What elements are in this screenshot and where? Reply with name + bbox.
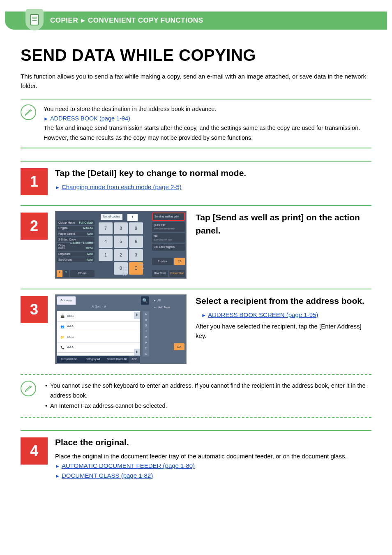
colour-start-button: Colour Start: [169, 270, 185, 277]
tab-abc: ABC: [129, 356, 140, 363]
action-panel: Send as well as print Quick FileStore Da…: [152, 213, 185, 252]
breadcrumb-level-1[interactable]: COPIER: [50, 16, 78, 25]
step-number-badge: 4: [21, 437, 48, 465]
settings-panel: Colour ModeFull Colour OriginalAuto A4 P…: [57, 220, 95, 263]
folder-icon: 📁: [60, 335, 65, 339]
triangle-icon: ▸: [154, 298, 156, 303]
caution-note-block: You cannot use the soft keyboard to ente…: [21, 374, 371, 418]
others-row: ★ ▾ Others: [57, 270, 95, 277]
address-book-illustration: Address 🔍 ↓A Sort ↑ A 📠BBB 👥AAA 📁CCC 📞AA…: [55, 294, 187, 364]
phone-icon: 📞: [60, 345, 65, 349]
page-title: SEND DATA WHILE COPYING: [21, 46, 371, 65]
note-line-1: You need to store the destination in the…: [44, 104, 371, 114]
step-1-heading: Tap the [Detail] key to change to normal…: [55, 166, 371, 180]
tray-list: 1 A42 B43 —4 A3: [123, 266, 127, 277]
send-as-well-as-print-action: Send as well as print: [152, 213, 185, 221]
fax-icon: 📠: [60, 314, 65, 318]
step-number-badge: 3: [21, 296, 48, 323]
note2-bullet-2: An Internet Fax address cannot be select…: [45, 401, 371, 411]
others-button: Others: [70, 270, 95, 277]
step-4: 4 Place the original. Place the original…: [21, 430, 371, 480]
step-number-badge: 2: [21, 213, 48, 240]
copies-label: No. of copies: [101, 214, 122, 220]
scroll-up-icon: ⇞: [134, 312, 140, 319]
breadcrumb-separator-icon: ►: [80, 17, 86, 24]
triangle-icon: ►: [201, 312, 206, 318]
group-icon: 👥: [60, 324, 65, 328]
tab-frequent: Frequent Use: [57, 356, 81, 363]
bw-start-button: B/W Start: [152, 270, 168, 277]
step-3: 3 Address 🔍 ↓A Sort ↑ A 📠BBB 👥AAA 📁CCC 📞…: [21, 289, 371, 364]
preview-button: Preview: [152, 258, 173, 265]
pencil-icon: [21, 381, 36, 396]
address-book-link[interactable]: ADDRESS BOOK (page 1-94): [50, 115, 130, 122]
ca-button: CA: [174, 258, 185, 265]
star-icon: ★: [57, 270, 62, 277]
step-number-badge: 1: [21, 168, 48, 195]
address-list: 📠BBB 👥AAA 📁CCC 📞AAA 👥BBB 👥CCC ⇞⇟: [57, 311, 140, 356]
copy-screen-illustration: No. of copies 1 Colour ModeFull Colour O…: [55, 211, 187, 279]
step-1: 1 Tap the [Detail] key to change to norm…: [21, 161, 371, 195]
alpha-index: ADGJMPTW: [143, 311, 149, 356]
undo-icon: ↩: [154, 305, 157, 310]
svg-rect-0: [30, 14, 38, 25]
intro-paragraph: This function allows you to send a fax w…: [21, 72, 371, 90]
document-glass-link[interactable]: DOCUMENT GLASS (page 1-82): [62, 472, 153, 479]
breadcrumb-bar: COPIER ► CONVENIENT COPY FUNCTIONS: [5, 12, 387, 30]
step-3-paragraph: After you have selected the recipient, t…: [196, 321, 371, 341]
copier-section-icon: [25, 9, 44, 30]
copies-value: 1: [127, 214, 138, 221]
triangle-icon: ►: [44, 116, 48, 122]
info-note-block: You need to store the destination in the…: [21, 99, 371, 148]
note-line-2: The fax and image send transmission star…: [44, 123, 371, 142]
changing-mode-link[interactable]: Changing mode from each mode (page 2-5): [62, 183, 182, 190]
pencil-icon: [21, 104, 36, 120]
step-2: 2 No. of copies 1 Colour ModeFull Colour…: [21, 205, 371, 279]
step-2-heading: Tap [Send as well as print] on the actio…: [196, 211, 371, 238]
address-tab: Address: [57, 296, 76, 305]
paper-type: PlainA4: [134, 263, 144, 271]
tab-narrow: Narrow Down All: [105, 356, 129, 363]
chevron-down-icon: ▾: [63, 270, 69, 277]
adf-link[interactable]: AUTOMATIC DOCUMENT FEEDER (page 1-80): [62, 462, 195, 469]
scroll-down-icon: ⇟: [134, 349, 140, 356]
tab-category: Category All: [81, 356, 105, 363]
step-4-paragraph: Place the original in the document feede…: [55, 451, 371, 461]
note2-bullet-1: You cannot use the soft keyboard to ente…: [45, 381, 371, 401]
search-icon: 🔍: [141, 296, 149, 305]
ca-button: CA: [174, 343, 184, 351]
step-3-heading: Select a recipient from the address book…: [196, 294, 371, 308]
triangle-icon: ►: [55, 463, 60, 469]
breadcrumb-level-2[interactable]: CONVENIENT COPY FUNCTIONS: [88, 16, 203, 25]
step-4-heading: Place the original.: [55, 436, 371, 449]
triangle-icon: ►: [55, 473, 60, 479]
address-book-screen-link[interactable]: ADDRESS BOOK SCREEN (page 1-95): [208, 311, 318, 318]
triangle-icon: ►: [55, 185, 60, 190]
